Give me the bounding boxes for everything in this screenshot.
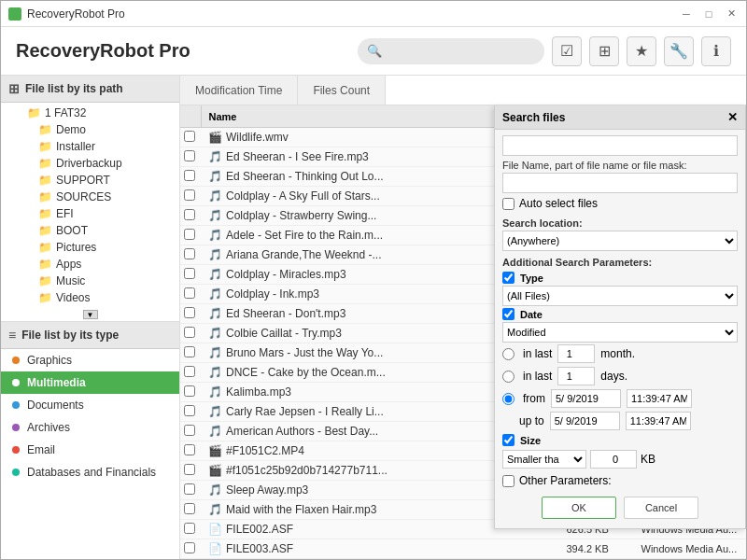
row-checkbox[interactable] [184,327,195,338]
tool-btn-info[interactable]: ℹ [701,36,731,66]
search-text-input[interactable] [502,135,738,156]
multimedia-dot [12,379,20,386]
tree-item-pictures[interactable]: 📁 Pictures [1,239,179,256]
search-panel-close[interactable]: ✕ [727,110,738,124]
from-date-row: from [495,387,745,410]
row-checkbox[interactable] [184,248,195,259]
row-size: 394.2 KB [559,539,634,559]
sidebar-type-section: ≡ File list by its type Graphics Multime… [1,321,179,483]
scroll-down-area[interactable]: ▼ [1,308,179,321]
sidebar-item-archives[interactable]: Archives [1,416,179,439]
tree-item-music[interactable]: 📁 Music [1,273,179,289]
search-ok-button[interactable]: OK [542,497,616,519]
folder-icon: 📁 [38,224,52,237]
row-checkbox[interactable] [184,405,195,416]
days-input[interactable] [557,367,595,385]
search-cancel-button[interactable]: Cancel [624,497,698,519]
auto-select-label: Auto select files [519,197,598,210]
tab-files-count[interactable]: Files Count [298,76,386,105]
sidebar-item-documents[interactable]: Documents [1,394,179,416]
row-checkbox[interactable] [184,287,195,299]
tree-item-apps[interactable]: 📁 Apps [1,256,179,273]
tree-item-installer[interactable]: 📁 Installer [1,138,179,155]
row-checkbox[interactable] [184,346,195,357]
months-input[interactable] [557,344,595,363]
sidebar: ⊞ File list by its path 📁 1 FAT32 📁 Demo… [1,76,180,560]
row-checkbox-cell [180,500,201,520]
tree-item-fat32[interactable]: 📁 1 FAT32 [1,105,179,121]
row-checkbox[interactable] [184,268,195,279]
upto-date-row: up to [495,410,745,432]
row-checkbox[interactable] [184,503,195,514]
tree-item-driverbackup[interactable]: 📁 Driverbackup [1,155,179,172]
row-checkbox[interactable] [184,483,195,495]
row-checkbox[interactable] [184,464,195,475]
tool-btn-star[interactable]: ★ [627,36,656,66]
date-checkbox[interactable] [502,308,514,320]
row-checkbox[interactable] [184,385,195,397]
archives-dot [12,424,20,431]
file-icon: 🎵 [208,287,222,301]
col-checkbox[interactable] [180,105,201,128]
sidebar-item-multimedia[interactable]: Multimedia [1,371,179,394]
auto-select-checkbox[interactable] [502,198,514,210]
row-checkbox[interactable] [184,542,195,553]
type-checkbox[interactable] [502,272,514,284]
sidebar-item-graphics[interactable]: Graphics [1,349,179,371]
row-checkbox[interactable] [184,425,195,436]
tree-item-videos[interactable]: 📁 Videos [1,289,179,306]
sidebar-path-header[interactable]: ⊞ File list by its path [1,76,179,103]
minimize-btn[interactable]: ─ [679,7,694,21]
row-checkbox[interactable] [184,170,195,181]
tree-item-demo[interactable]: 📁 Demo [1,121,179,138]
row-checkbox[interactable] [184,189,195,201]
tool-btn-grid[interactable]: ⊞ [589,36,619,66]
row-checkbox-cell [180,539,201,559]
upto-time-input[interactable] [626,412,691,430]
other-params-checkbox[interactable] [502,475,514,487]
row-checkbox[interactable] [184,523,195,534]
tree-item-efi[interactable]: 📁 EFI [1,205,179,222]
sidebar-type-header[interactable]: ≡ File list by its type [1,322,179,349]
header-search-bar[interactable]: 🔍 [358,38,544,64]
upto-date-input[interactable] [550,412,620,430]
title-bar: RecoveryRobot Pro ─ □ ✕ [1,1,746,27]
row-checkbox[interactable] [184,444,195,455]
type-select[interactable]: (All Files) MP3 File MP4 File WMV File [502,286,738,306]
row-checkbox-cell [180,265,201,285]
tree-item-boot[interactable]: 📁 BOOT [1,222,179,239]
from-time-input[interactable] [627,389,692,408]
tree-item-support[interactable]: 📁 SUPPORT [1,172,179,189]
in-last-months-radio[interactable] [502,348,514,360]
row-checkbox[interactable] [184,307,195,318]
type-section-icon: ≡ [8,328,16,343]
row-checkbox[interactable] [184,209,195,220]
tool-btn-checkbox[interactable]: ☑ [552,36,582,66]
file-icon: 🎵 [208,366,222,379]
from-date-input[interactable] [551,389,621,408]
file-icon: 🎵 [208,327,222,340]
row-checkbox[interactable] [184,131,195,142]
close-btn[interactable]: ✕ [724,7,739,21]
row-checkbox[interactable] [184,150,195,161]
size-param-row: Size [495,432,745,448]
size-checkbox[interactable] [502,434,514,446]
sidebar-item-databases[interactable]: Databases and Financials [1,461,179,483]
search-location-select[interactable]: (Anywhere) Current folder Selected folde… [502,231,738,251]
filename-input[interactable] [502,173,738,193]
scroll-down-btn[interactable]: ▼ [83,310,98,319]
in-last-days-radio[interactable] [502,371,514,383]
maximize-btn[interactable]: □ [701,7,716,21]
tool-btn-wrench[interactable]: 🔧 [664,36,694,66]
date-type-select[interactable]: Modified Created Accessed [502,322,738,343]
size-value-input[interactable] [590,450,637,469]
row-checkbox-cell [180,206,201,226]
tree-item-sources[interactable]: 📁 SOURCES [1,189,179,205]
from-radio[interactable] [502,393,514,405]
row-checkbox[interactable] [184,229,195,240]
tab-modification-time[interactable]: Modification Time [180,76,298,105]
row-checkbox-cell [180,481,201,500]
sidebar-item-email[interactable]: Email [1,439,179,461]
size-type-select[interactable]: Smaller tha Larger than Exactly [502,450,586,469]
row-checkbox[interactable] [184,366,195,377]
